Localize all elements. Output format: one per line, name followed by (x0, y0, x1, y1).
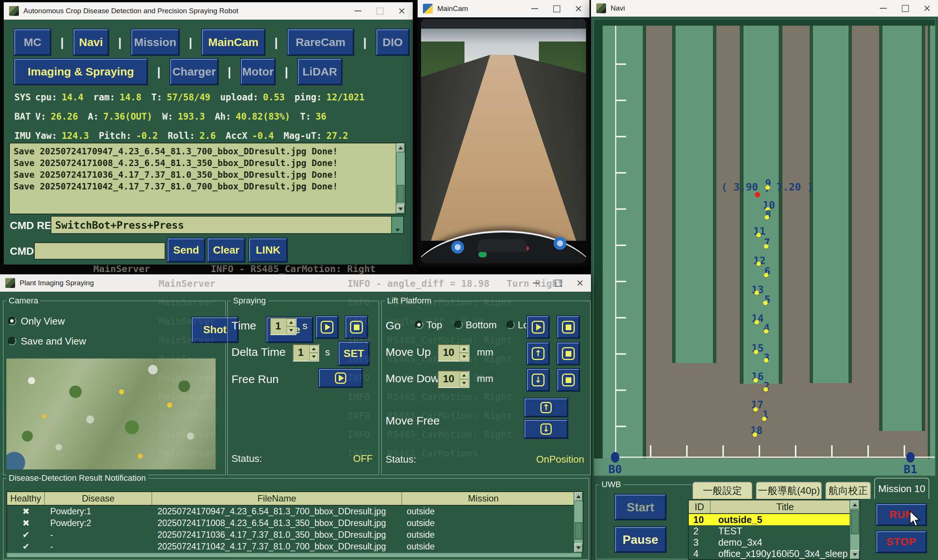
column-header-filename: FileName (152, 492, 402, 505)
uwb-start-button[interactable]: Start (615, 495, 666, 520)
minimize-button[interactable] (524, 0, 546, 17)
spin-up-icon[interactable] (309, 345, 318, 353)
free-run-play-button[interactable] (319, 369, 362, 387)
move-down-spinner[interactable]: 10 (438, 371, 469, 388)
minimize-button[interactable] (347, 2, 369, 20)
spin-down-icon[interactable] (287, 326, 296, 334)
log-textarea[interactable]: Save 20250724170947_4.23_6.54_81.3_700_b… (9, 143, 406, 214)
nav-button-mc[interactable]: MC (14, 29, 51, 55)
navi-titlebar[interactable]: Navi (591, 0, 938, 17)
only-view-radio[interactable] (8, 317, 16, 325)
spin-up-icon[interactable] (287, 318, 296, 326)
minimize-button[interactable] (525, 274, 547, 292)
save-and-view-radio[interactable] (8, 337, 16, 345)
close-button[interactable] (568, 0, 589, 17)
scroll-up-icon[interactable] (850, 500, 859, 509)
log-scrollbar[interactable] (396, 143, 405, 214)
spin-down-icon[interactable] (460, 379, 469, 387)
nav-button-charger[interactable]: Charger (170, 59, 218, 85)
disease-table[interactable]: Healthy Disease FileName Mission ✖Powder… (6, 491, 583, 553)
go-bottom-radio[interactable] (454, 321, 463, 329)
set-button[interactable]: SET (339, 342, 369, 365)
disease-table-row[interactable]: ✔-20250724171042_4.17_7.37_81.0_700_bbox… (7, 541, 583, 552)
mission-row-outside-5[interactable]: 10outside_5 (689, 514, 859, 525)
go-top-radio[interactable] (415, 321, 423, 329)
close-button[interactable] (916, 0, 938, 17)
scroll-down-icon[interactable] (574, 543, 583, 552)
nav-button-maincam[interactable]: MainCam (202, 29, 265, 55)
tab-mission-10[interactable]: Mission 10 (874, 478, 929, 499)
scrollbar-thumb[interactable] (397, 185, 404, 202)
delta-time-spinner[interactable]: 1 (293, 344, 319, 362)
mission-row-demo-3x4[interactable]: 3demo_3x4 (689, 537, 859, 548)
spin-up-icon[interactable] (460, 371, 469, 379)
main-window: Autonomous Crop Disease Detection and Pr… (4, 2, 413, 265)
disease-hscrollbar[interactable] (6, 552, 582, 558)
nav-button-lidar[interactable]: LiDAR (298, 59, 342, 85)
scrollbar-thumb[interactable] (851, 510, 859, 534)
plant-titlebar[interactable]: Plant Imaging Spraying (0, 274, 591, 292)
scroll-down-icon[interactable] (850, 550, 859, 559)
tab-[interactable]: 一般設定 (692, 482, 753, 499)
maximize-button[interactable] (546, 0, 568, 17)
nav-button-motor[interactable]: Motor (241, 59, 275, 85)
main-titlebar[interactable]: Autonomous Crop Disease Detection and Pr… (4, 2, 413, 20)
minimize-button[interactable] (872, 0, 894, 17)
cmd-input[interactable] (34, 242, 165, 260)
mission-table[interactable]: ID Title 10outside_52TEST3demo_3x44offic… (688, 500, 860, 560)
go-loop-radio[interactable] (506, 321, 515, 329)
nav-button-dio[interactable]: DIO (376, 29, 409, 55)
disease-scrollbar[interactable] (574, 492, 583, 552)
go-play-button[interactable] (527, 316, 549, 338)
nav-button-mission[interactable]: Mission (131, 29, 179, 55)
uwb-pause-button[interactable]: Pause (615, 527, 666, 552)
spin-up-icon[interactable] (460, 345, 469, 353)
run-button[interactable]: RUN (876, 504, 926, 525)
time-label: Time (231, 319, 256, 332)
mission-row-office-x190y160i50-3x4-sleep[interactable]: 4office_x190y160i50_3x4_sleep (689, 548, 859, 559)
cmdref-combobox[interactable]: SwitchBot+Press+Press (51, 216, 404, 234)
go-stop-button[interactable] (557, 316, 579, 338)
move-down-button[interactable]: ↓ (527, 369, 549, 391)
link-button[interactable]: LINK (249, 238, 287, 262)
nav-button-imaging-spraying[interactable]: Imaging & Spraying (14, 59, 147, 85)
mission-scrollbar[interactable] (850, 500, 859, 559)
scrollbar-thumb[interactable] (575, 522, 582, 540)
spray-stop-button[interactable] (346, 316, 367, 338)
disease-table-row[interactable]: ✖Powdery:120250724170947_4.23_6.54_81.3_… (7, 506, 583, 517)
scroll-up-icon[interactable] (396, 143, 405, 152)
maximize-button[interactable] (894, 0, 916, 17)
move-up-spinner[interactable]: 10 (438, 344, 469, 362)
move-up-stop-button[interactable] (557, 343, 579, 365)
maximize-button[interactable] (369, 2, 391, 20)
tab-[interactable]: 航向校正 (825, 482, 871, 499)
mission-row-test[interactable]: 2TEST (689, 525, 859, 537)
minimize-icon (355, 11, 361, 11)
spin-down-icon[interactable] (460, 353, 469, 361)
move-free-up-button[interactable]: ↑ (525, 398, 568, 417)
tab-40p[interactable]: 一般導航(40p) (756, 482, 822, 499)
disease-table-row[interactable]: ✔-20250724171036_4.17_7.37_81.0_350_bbox… (7, 529, 583, 541)
nav-button-rarecam[interactable]: RareCam (288, 29, 353, 55)
nav-button-navi[interactable]: Navi (74, 29, 108, 55)
time-spinner[interactable]: 1 (270, 318, 296, 335)
dropdown-icon[interactable] (391, 217, 403, 233)
stop-button[interactable]: STOP (876, 531, 926, 552)
scroll-down-icon[interactable] (396, 205, 405, 214)
disease-table-row[interactable]: ✖Powdery:220250724171008_4.23_6.54_81.3_… (7, 517, 583, 529)
clear-button[interactable]: Clear (208, 238, 245, 262)
navi-map[interactable]: ( 3.90 , 7.20 ) 910811712613514415316217… (593, 19, 936, 476)
move-free-down-button[interactable]: ↓ (525, 420, 568, 438)
close-button[interactable] (391, 2, 413, 20)
scroll-up-icon[interactable] (574, 492, 583, 501)
maximize-button[interactable] (547, 274, 569, 292)
spray-play-button[interactable] (316, 316, 338, 338)
maincam-titlebar[interactable]: MainCam (418, 0, 589, 17)
close-button[interactable] (569, 274, 591, 292)
send-button[interactable]: Send (168, 238, 205, 262)
spin-down-icon[interactable] (309, 353, 318, 361)
move-down-stop-button[interactable] (557, 369, 579, 391)
move-up-button[interactable]: ↑ (527, 343, 549, 365)
mission-title: outside_5 (711, 514, 859, 525)
stat-value: 14.8 (120, 92, 142, 103)
